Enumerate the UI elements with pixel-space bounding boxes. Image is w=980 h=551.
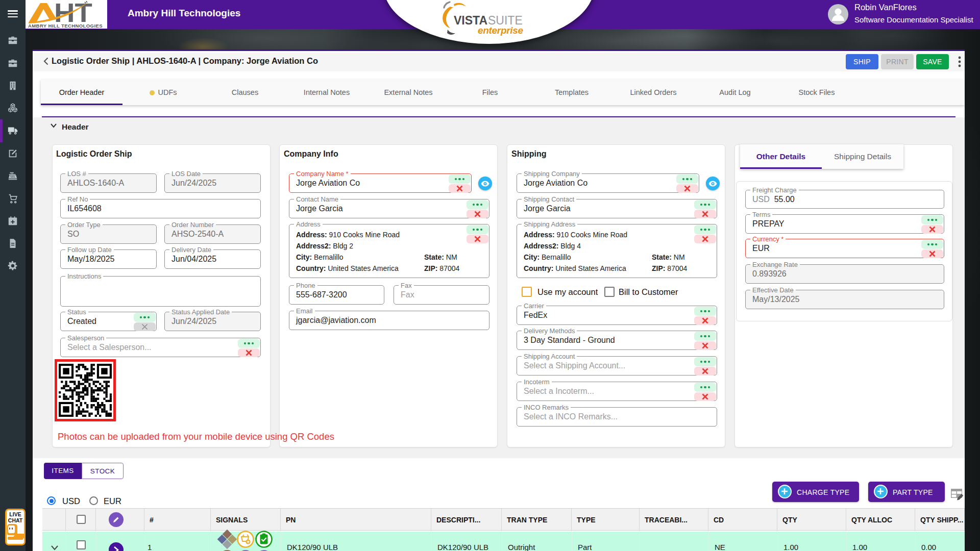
svg-text:enterprise: enterprise	[478, 25, 524, 36]
